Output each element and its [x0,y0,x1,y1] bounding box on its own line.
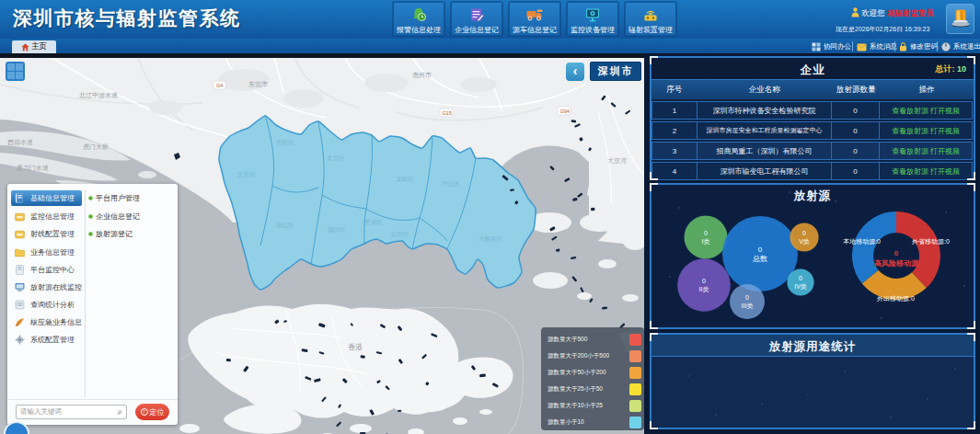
svg-text:坪山区: 坪山区 [441,180,460,187]
svg-text:IV类: IV类 [794,283,807,290]
svg-text:外出移动源:0: 外出移动源:0 [877,295,915,303]
svg-text:南山区: 南山区 [276,222,294,228]
svg-text:0: 0 [802,230,806,236]
svg-text:总数: 总数 [752,255,767,263]
svg-text:V类: V类 [799,238,810,245]
svg-text:0: 0 [745,294,749,301]
svg-text:光明区: 光明区 [276,139,294,146]
svg-text:香港: 香港 [348,343,363,351]
svg-text:西部水道: 西部水道 [7,139,33,146]
svg-text:本地移动源:0: 本地移动源:0 [843,238,881,246]
svg-text:II类: II类 [699,286,709,292]
svg-text:0: 0 [894,249,899,257]
svg-text:I类: I类 [702,238,710,245]
svg-text:外省移动源:0: 外省移动源:0 [912,238,950,246]
svg-text:龙华区: 龙华区 [327,154,345,161]
svg-text:虎门大桥: 虎门大桥 [83,143,109,151]
svg-text:磨刀门水道: 磨刀门水道 [17,165,49,172]
svg-text:龙岗区: 龙岗区 [396,176,414,183]
svg-text:III类: III类 [742,303,754,309]
svg-text:罗湖区: 罗湖区 [364,219,383,226]
svg-text:G4: G4 [216,83,223,88]
svg-text:大亚湾: 大亚湾 [607,157,627,165]
svg-text:0: 0 [704,230,708,236]
svg-text:福田区: 福田区 [328,226,346,234]
svg-text:G15: G15 [443,110,452,116]
svg-text:盐田区: 盐田区 [391,231,409,238]
svg-text:东莞市: 东莞市 [248,80,268,87]
svg-text:0: 0 [702,278,706,284]
svg-text:G94: G94 [560,108,570,114]
svg-text:0: 0 [799,275,802,281]
svg-text:0: 0 [758,246,763,254]
svg-text:北江中游水道: 北江中游水道 [79,92,118,99]
svg-text:宝安区: 宝安区 [237,171,256,177]
svg-text:高风险移动源: 高风险移动源 [874,258,919,268]
svg-text:惠州市: 惠州市 [412,71,432,78]
svg-text:大鹏新区: 大鹏新区 [478,235,503,242]
